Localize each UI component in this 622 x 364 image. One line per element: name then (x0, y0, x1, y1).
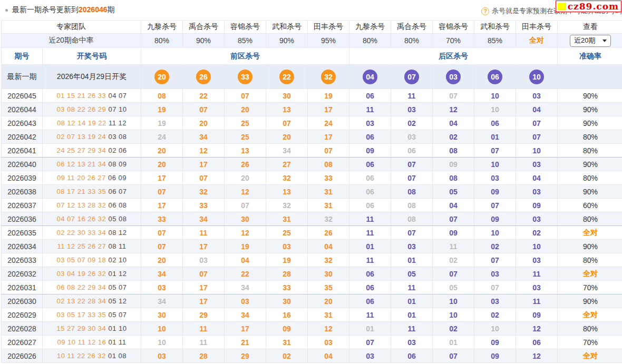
draw-cell: 06 08 22 29 34 05 07 (43, 281, 141, 294)
back-kill-cell: 06 (516, 336, 558, 349)
front-kill-cell: 07 (183, 171, 225, 185)
back-kill-cell: 01 (349, 240, 391, 253)
latest-back-kill-cell: 10 (516, 65, 558, 89)
back-kill-cell: 11 (391, 322, 433, 336)
front-kill-cell: 17 (183, 294, 225, 308)
draw-cell: 03 05 07 09 18 02 10 (43, 253, 141, 267)
front-kill-cell: 17 (141, 199, 183, 212)
back-kill-cell: 06 (349, 199, 391, 212)
front-zone-header: 前区杀号 (141, 48, 349, 65)
period-cell: 2026045 (2, 89, 43, 103)
front-kill-cell: 07 (141, 185, 183, 199)
back-kill-cell: 11 (391, 281, 433, 294)
back-kill-cell: 03 (516, 158, 558, 171)
front-kill-cell: 31 (308, 185, 349, 199)
front-kill-cell: 17 (225, 322, 266, 336)
front-kill-cell: 08 (141, 89, 183, 103)
front-draw-numbers: 09 10 11 12 16 (57, 338, 106, 346)
kill-row: 202603203 04 19 26 32 01 123407222830060… (2, 267, 622, 281)
period-cell: 2026030 (2, 294, 43, 308)
front-draw-numbers: 24 25 27 29 34 (57, 146, 106, 154)
back-kill-cell: 03 (391, 130, 433, 144)
front-draw-numbers: 09 11 20 26 27 (57, 174, 106, 182)
back-kill-cell: 11 (349, 103, 391, 116)
kill-row: 202603502 22 30 33 34 08 120711122526110… (2, 226, 622, 240)
table-body: 专家团队九黎杀号禹合杀号容锦杀号武和杀号田丰杀号九黎杀号禹合杀号容锦杀号武和杀号… (2, 21, 622, 363)
period-cell: 2026034 (2, 240, 43, 253)
front-kill-cell: 25 (266, 226, 308, 240)
back-kill-cell: 08 (391, 199, 433, 212)
front-kill-cell: 32 (183, 185, 225, 199)
accuracy-cell: 80% (558, 212, 622, 226)
front-draw-numbers: 02 07 13 19 24 (57, 133, 106, 141)
back-draw-numbers: 08 11 (106, 242, 126, 250)
period-cell: 2026037 (2, 199, 43, 212)
back-draw-numbers: 02 10 (106, 256, 127, 264)
front-draw-numbers: 11 12 25 26 27 (57, 242, 106, 250)
period-cell: 2026044 (2, 103, 43, 116)
back-kill-cell: 09 (474, 336, 516, 349)
kill-row: 202603106 08 22 29 34 05 070317343335061… (2, 281, 622, 294)
hit-rate-value: 70% (433, 34, 474, 48)
recent-period-select[interactable]: 近20期 (570, 35, 611, 47)
front-kill-cell: 10 (141, 336, 183, 349)
draw-cell: 06 12 13 21 34 08 09 (43, 158, 141, 171)
draw-cell: 03 05 17 33 35 05 07 (43, 308, 141, 322)
back-kill-cell: 04 (516, 103, 558, 116)
hit-rate-value: 80% (391, 34, 433, 48)
back-draw-numbers: 05 08 (106, 215, 127, 223)
front-draw-numbers: 08 17 21 33 35 (57, 188, 106, 195)
expert-name-header-6: 九黎杀号 (349, 21, 391, 34)
back-draw-numbers: 01 12 (106, 270, 127, 278)
back-kill-cell: 12 (433, 103, 474, 116)
hit-rate-value: 80% (141, 34, 183, 48)
back-kill-cell: 09 (516, 308, 558, 322)
latest-back-kill-cell: 03 (433, 65, 474, 89)
back-kill-cell: 11 (433, 240, 474, 253)
front-kill-cell: 07 (141, 226, 183, 240)
back-kill-cell: 05 (391, 267, 433, 281)
select-value: 近20期 (574, 36, 595, 45)
draw-cell: 08 17 21 33 35 06 07 (43, 185, 141, 199)
draw-cell: 09 11 20 26 27 06 09 (43, 171, 141, 185)
period-cell: 2026041 (2, 144, 43, 158)
back-kill-cell: 07 (433, 212, 474, 226)
kill-row: 202604308 12 14 19 22 11 121920250724030… (2, 116, 622, 130)
front-kill-cell: 30 (308, 267, 349, 281)
back-kill-cell: 10 (474, 158, 516, 171)
front-draw-numbers: 06 08 22 29 34 (57, 283, 106, 291)
front-kill-cell: 09 (266, 322, 308, 336)
accuracy-cell: 80% (558, 171, 622, 185)
back-kill-cell: 07 (349, 336, 391, 349)
latest-front-kill-cell: 20 (141, 65, 183, 89)
front-kill-cell: 30 (141, 308, 183, 322)
back-kill-cell: 03 (474, 171, 516, 185)
front-kill-cell: 34 (266, 144, 308, 158)
back-kill-cell: 07 (474, 199, 516, 212)
expert-name-header-3: 容锦杀号 (225, 21, 266, 34)
back-draw-numbers: 05 07 (106, 283, 127, 291)
front-kill-cell: 20 (308, 294, 349, 308)
front-kill-cell: 13 (266, 103, 308, 116)
back-kill-ball: 07 (404, 70, 419, 84)
back-kill-cell: 10 (474, 103, 516, 116)
front-kill-cell: 10 (141, 322, 183, 336)
period-cell: 2026038 (2, 185, 43, 199)
back-kill-cell: 04 (516, 171, 558, 185)
front-kill-cell: 31 (266, 336, 308, 349)
front-draw-numbers: 03 05 17 33 35 (57, 311, 106, 319)
back-kill-cell: 08 (391, 212, 433, 226)
logo-text: cz89.com (568, 2, 619, 11)
back-kill-cell: 01 (433, 336, 474, 349)
back-draw-numbers: 06 08 (106, 201, 127, 209)
draw-cell: 10 11 22 26 32 01 08 (43, 349, 141, 363)
latest-front-kill-cell: 26 (183, 65, 225, 89)
bullet-icon (5, 9, 8, 12)
front-draw-numbers: 15 27 29 30 34 (57, 324, 106, 332)
front-kill-cell: 32 (308, 212, 349, 226)
back-kill-cell: 07 (391, 171, 433, 185)
front-kill-cell: 26 (308, 226, 349, 240)
back-kill-cell: 10 (433, 294, 474, 308)
kill-row: 202604124 25 27 29 34 02 062012133407090… (2, 144, 622, 158)
site-logo[interactable]: cz89.com (556, 1, 621, 12)
